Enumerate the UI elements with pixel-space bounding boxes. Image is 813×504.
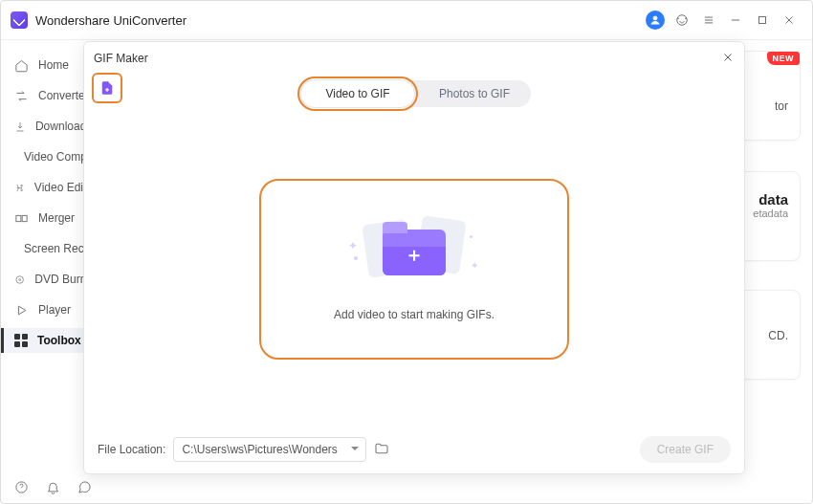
svg-rect-4: [16, 215, 21, 221]
feedback-icon[interactable]: [77, 480, 92, 497]
support-icon[interactable]: [669, 7, 695, 33]
svg-point-1: [677, 15, 688, 26]
svg-rect-5: [22, 215, 27, 221]
new-badge: NEW: [767, 52, 801, 65]
window-minimize-button[interactable]: [722, 7, 749, 33]
sidebar-item-screen-recorder[interactable]: Screen Recorder: [1, 236, 97, 261]
sidebar-item-video-editor[interactable]: Video Editor: [1, 175, 97, 200]
bottom-bar: [1, 474, 812, 503]
file-location-select[interactable]: C:\Users\ws\Pictures\Wonders: [173, 437, 366, 462]
sidebar-item-downloader[interactable]: Downloader: [1, 114, 97, 139]
svg-point-8: [19, 278, 21, 280]
account-avatar[interactable]: [642, 7, 669, 33]
notifications-icon[interactable]: [46, 480, 60, 497]
window-maximize-button[interactable]: [749, 7, 776, 33]
dropzone[interactable]: ✦✦ ＋ Add video to start making GIFs.: [84, 113, 744, 426]
modal-close-button[interactable]: [721, 51, 735, 67]
sidebar-item-toolbox[interactable]: Toolbox: [1, 328, 97, 353]
sidebar-item-label: Converter: [38, 89, 89, 102]
tab-photos-to-gif[interactable]: Photos to GIF: [418, 80, 531, 107]
sidebar-item-home[interactable]: Home: [1, 53, 97, 77]
toolbox-icon: [14, 334, 28, 347]
add-file-button[interactable]: [92, 73, 122, 103]
add-folder-illustration: ✦✦ ＋: [362, 218, 467, 291]
window-close-button[interactable]: [776, 7, 802, 33]
menu-icon[interactable]: [695, 7, 722, 33]
app-title: Wondershare UniConverter: [35, 13, 187, 28]
app-logo-icon: [11, 11, 28, 29]
sidebar-item-converter[interactable]: Converter: [1, 83, 97, 108]
sidebar-item-merger[interactable]: Merger: [1, 206, 97, 230]
sidebar-item-player[interactable]: Player: [1, 297, 97, 322]
open-folder-button[interactable]: [374, 441, 389, 459]
modal-title: GIF Maker: [94, 52, 148, 65]
sidebar-item-label: Player: [38, 303, 71, 317]
sidebar: Home Converter Downloader Video Compress…: [1, 39, 97, 474]
create-gif-button[interactable]: Create GIF: [640, 436, 731, 463]
sidebar-item-video-compressor[interactable]: Video Compressor: [1, 144, 97, 169]
gif-maker-modal: GIF Maker Video to GIF Photos to GIF: [83, 41, 745, 474]
sidebar-item-label: Toolbox: [37, 334, 81, 347]
file-location-label: File Location:: [98, 443, 165, 456]
dropzone-hint: Add video to start making GIFs.: [334, 308, 494, 321]
svg-marker-9: [18, 306, 26, 315]
sidebar-item-label: Merger: [38, 211, 75, 225]
sidebar-item-label: Home: [38, 58, 69, 72]
help-icon[interactable]: [14, 480, 29, 497]
tab-video-to-gif[interactable]: Video to GIF: [300, 79, 415, 108]
svg-rect-2: [759, 17, 766, 24]
titlebar: Wondershare UniConverter: [1, 1, 812, 40]
mode-segmented-control: Video to GIF Photos to GIF: [297, 80, 531, 107]
svg-point-0: [653, 16, 657, 20]
svg-point-7: [16, 275, 24, 283]
sidebar-item-dvd-burner[interactable]: DVD Burner: [1, 267, 97, 292]
